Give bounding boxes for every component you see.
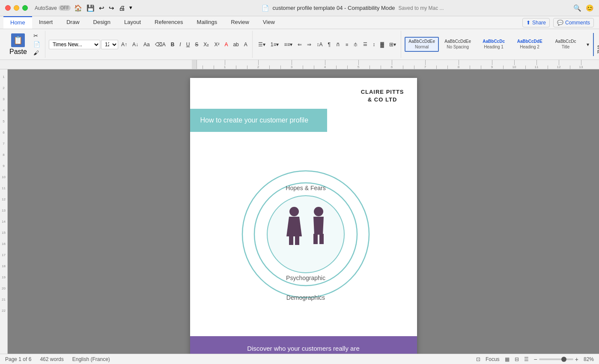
format-painter-button[interactable]: 🖌 [31,49,42,57]
zoom-controls: − + [534,356,578,363]
lr-12: 12 [0,194,7,205]
document-icon: 📄 [262,5,269,12]
layout-icon[interactable]: ▦ [505,356,510,362]
justify-icon: ☰ [363,42,367,47]
zoom-level[interactable]: 82% [584,356,594,362]
autosave-toggle[interactable]: AutoSave OFF [35,5,71,11]
paste-button[interactable]: 📋 Paste [6,32,30,57]
document-page[interactable]: CLAIRE PITTS & CO LTD How to create your… [190,78,417,354]
copy-button[interactable]: 📄 [31,40,42,48]
print-icon[interactable]: 🖨 [119,4,125,12]
tab-design[interactable]: Design [86,16,117,29]
multilevel-icon: ≡≡▾ [284,42,292,48]
shading-button[interactable]: ▓ [378,41,386,48]
subscript-button[interactable]: X₂ [201,41,211,48]
justify-button[interactable]: ☰ [361,41,370,48]
layout-icon-2[interactable]: ⊟ [515,356,519,362]
strikethrough-button[interactable]: S [193,41,200,48]
zoom-in-button[interactable]: + [575,356,578,363]
tab-mailings[interactable]: Mailings [190,16,224,29]
cut-button[interactable]: ✂ [31,32,42,40]
font-color-button[interactable]: A [222,41,230,48]
blue-banner: How to create your customer profile [190,109,327,132]
italic-button[interactable]: I [177,41,183,48]
font-size-decrease-button[interactable]: A↓ [130,41,140,48]
save-icon[interactable]: 💾 [86,4,95,12]
tab-draw[interactable]: Draw [60,16,86,29]
sort-button[interactable]: ↕A [314,41,325,48]
numbering-button[interactable]: 1≡▾ [268,41,281,48]
focus-label[interactable]: Focus [486,356,500,362]
font-family-select[interactable]: Times New... [49,40,100,49]
status-bar: Page 1 of 6 462 words English (France) ⊡… [0,354,599,364]
underline-button[interactable]: U [184,41,192,48]
home-icon[interactable]: 🏠 [74,4,82,12]
align-left-button[interactable]: ⫚ [334,41,343,48]
language: English (France) [72,356,110,362]
tab-references[interactable]: References [148,16,190,29]
redo-icon[interactable]: ↪ [109,4,114,12]
multilevel-button[interactable]: ≡≡▾ [282,41,295,48]
style-heading2[interactable]: AaBbCcDdE Heading 2 [513,38,547,51]
increase-indent-button[interactable]: ⇒ [305,41,313,48]
zoom-slider[interactable] [539,358,573,360]
lr-14: 14 [0,216,7,227]
bold-button[interactable]: B [169,41,177,48]
borders-button[interactable]: ⊞▾ [387,41,398,48]
tab-insert[interactable]: Insert [32,16,60,29]
show-marks-button[interactable]: ¶ [325,41,332,48]
company-name-line2: & CO LTD [361,96,404,104]
align-center-button[interactable]: ≡ [343,41,350,48]
tab-layout[interactable]: Layout [117,16,148,29]
highlight-button[interactable]: ab [231,41,241,48]
search-icon[interactable]: 🔍 [573,4,581,12]
clear-format-button[interactable]: ⌫A [153,41,168,48]
font-case-button[interactable]: Aa [141,41,152,48]
styles-expand-button[interactable]: ▾ [584,41,591,48]
format-painter-icon: 🖌 [33,50,39,56]
style-heading1-preview: AaBbCcDc [483,39,505,44]
bullets-button[interactable]: ☰▾ [256,41,268,48]
line-spacing-button[interactable]: ↕ [370,41,377,48]
align-right-button[interactable]: ⫛ [351,41,360,48]
svg-rect-11 [319,234,324,244]
lr-21: 21 [0,294,7,305]
superscript-button[interactable]: X² [212,41,221,48]
lr-11: 11 [0,182,7,194]
share-button[interactable]: ⬆ Share [522,18,550,27]
font-size-increase-button[interactable]: A↑ [119,41,129,48]
style-title[interactable]: AaBbCcDc Title [548,38,583,51]
text-color-button[interactable]: A [242,41,250,48]
tab-view[interactable]: View [256,16,282,29]
tab-review[interactable]: Review [224,16,256,29]
decrease-indent-button[interactable]: ⇐ [295,41,304,48]
outline-icon[interactable]: ☰ [524,356,529,362]
close-button[interactable] [5,5,11,11]
word-count: 462 words [40,356,63,362]
style-normal[interactable]: AaBbCcDdEe Normal [405,37,439,52]
style-no-spacing[interactable]: AaBbCcDdEe No Spacing [441,38,475,51]
svg-text:Hopes & Fears: Hopes & Fears [286,185,325,191]
comments-button[interactable]: 💬 Comments [553,18,594,27]
svg-point-8 [314,207,323,216]
tab-home[interactable]: Home [3,16,32,29]
styles-group: AaBbCcDdEe Normal AaBbCcDdEe No Spacing … [402,31,599,58]
account-icon[interactable]: 😊 [586,4,594,12]
lr-3: 3 [0,93,7,104]
zoom-out-button[interactable]: − [534,356,537,363]
minimize-button[interactable] [14,5,19,11]
lr-2: 2 [0,82,7,93]
style-heading1[interactable]: AaBbCcDc Heading 1 [477,38,511,51]
font-size-select[interactable]: 12 [101,40,118,49]
maximize-button[interactable] [22,5,28,11]
ruler: 1 2 3 4 5 6 7 8 9 10 11 12 13 [0,60,599,69]
more-icon[interactable]: ▾ [129,4,132,12]
svg-rect-6 [289,236,293,245]
decrease-indent-icon: ⇐ [298,42,302,48]
styles-pane-button[interactable]: Ａ Styles Pane [593,33,599,56]
document-area[interactable]: CLAIRE PITTS & CO LTD How to create your… [8,69,599,354]
style-normal-preview: AaBbCcDdEe [408,39,435,44]
strikethrough-icon: S [195,42,198,48]
ruler-marks: 1 2 3 4 5 6 7 8 9 10 11 12 13 [197,60,587,69]
undo-icon[interactable]: ↩ [99,4,104,12]
